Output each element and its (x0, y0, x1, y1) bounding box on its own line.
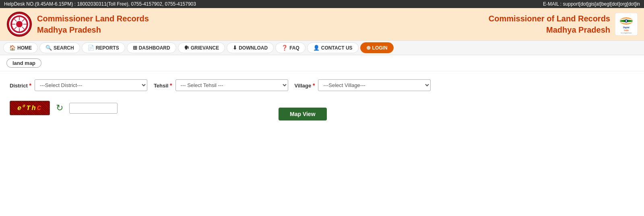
reports-icon: 📄 (88, 45, 94, 51)
breadcrumb-bar: land map (0, 55, 644, 71)
nav-dashboard-label: DASHBOARD (139, 45, 170, 51)
nav-home-label: HOME (17, 45, 32, 51)
home-icon: 🏠 (9, 45, 16, 51)
email-text: E-MAIL : support[dot]gis[at]begl[dot]org… (543, 1, 640, 7)
captcha-text: eσThC (17, 104, 42, 112)
nav-reports[interactable]: 📄 REPORTS (82, 42, 125, 53)
nav-home[interactable]: 🏠 HOME (3, 42, 38, 53)
tehsil-group: Tehsil * --- Select Tehsil --- (154, 79, 288, 91)
nav-grievance[interactable]: 🗣 GRIEVANCE (178, 42, 225, 53)
nav-login[interactable]: ⊕ LOGIN (360, 42, 394, 53)
faq-icon: ❓ (281, 45, 288, 51)
nav-faq-label: FAQ (289, 45, 299, 51)
login-icon: ⊕ (366, 45, 371, 51)
grievance-icon: 🗣 (184, 45, 189, 51)
nav-download-label: DOWNLOAD (239, 45, 268, 51)
map-view-button[interactable]: Map View (279, 108, 327, 120)
nav-search[interactable]: 🔍 SEARCH (39, 42, 80, 53)
header-title-right: Commissioner of Land Records Madhya Prad… (489, 13, 610, 35)
svg-text:for a digital future: for a digital future (621, 32, 632, 34)
land-map-tab[interactable]: land map (6, 58, 41, 68)
title-left-line2: Madhya Pradesh (37, 24, 149, 35)
header-left: MP Commissioner Land Records Madhya Prad… (6, 11, 149, 37)
title-right-line2: Madhya Pradesh (489, 24, 610, 35)
nav-contact-label: CONTACT US (321, 45, 353, 51)
village-label: Village * (295, 82, 315, 89)
title-left-line1: Commissioner Land Records (37, 13, 149, 24)
download-icon: ⬇ (233, 45, 237, 51)
nav-download[interactable]: ⬇ DOWNLOAD (227, 42, 274, 53)
title-right-line1: Commissioner of Land Records (489, 13, 610, 24)
nav-reports-label: REPORTS (96, 45, 119, 51)
village-select[interactable]: ---Select Village--- (318, 79, 431, 91)
svg-text:India: India (624, 29, 629, 31)
map-btn-row: Map View (279, 108, 327, 120)
captcha-refresh-button[interactable]: ↻ (54, 102, 65, 114)
village-required: * (313, 82, 315, 89)
svg-text:MP: MP (17, 23, 22, 26)
main-content: District * ---Select District--- Tehsil … (0, 71, 644, 131)
svg-text:Digital: Digital (623, 26, 630, 29)
nav-grievance-label: GRIEVANCE (191, 45, 219, 51)
header-title-left: Commissioner Land Records Madhya Pradesh (37, 13, 149, 35)
nav-faq[interactable]: ❓ FAQ (275, 42, 305, 53)
svg-point-19 (625, 20, 627, 22)
captcha-row: eσThC ↻ (10, 101, 118, 115)
top-bar: HelpDesk NO.(9.45AM-6.15PM) : 1800203031… (0, 0, 644, 8)
tehsil-select[interactable]: --- Select Tehsil --- (175, 79, 288, 91)
dashboard-icon: ⊞ (133, 45, 137, 51)
nav-dashboard[interactable]: ⊞ DASHBOARD (127, 42, 176, 53)
captcha-image: eσThC (10, 101, 50, 115)
header-right: Commissioner of Land Records Madhya Prad… (489, 13, 638, 35)
header: MP Commissioner Land Records Madhya Prad… (0, 8, 644, 40)
tehsil-label: Tehsil * (154, 82, 172, 89)
captcha-input[interactable] (69, 103, 118, 114)
search-icon: 🔍 (45, 45, 52, 51)
nav-contact[interactable]: 👤 CONTACT US (307, 42, 359, 53)
tehsil-required: * (170, 82, 172, 89)
district-select[interactable]: ---Select District--- (35, 79, 147, 91)
village-group: Village * ---Select Village--- (295, 79, 431, 91)
digital-india-logo: Digital India for a digital future (615, 13, 638, 35)
nav-bar: 🏠 HOME 🔍 SEARCH 📄 REPORTS ⊞ DASHBOARD 🗣 … (0, 40, 644, 55)
contact-icon: 👤 (313, 45, 320, 51)
nav-search-label: SEARCH (54, 45, 74, 51)
nav-login-label: LOGIN (372, 45, 388, 51)
emblem-logo: MP (6, 11, 32, 37)
form-row: District * ---Select District--- Tehsil … (10, 79, 634, 91)
helpdesk-text: HelpDesk NO.(9.45AM-6.15PM) : 1800203031… (4, 1, 196, 7)
district-required: * (29, 82, 31, 89)
district-group: District * ---Select District--- (10, 79, 147, 91)
district-label: District * (10, 82, 31, 89)
